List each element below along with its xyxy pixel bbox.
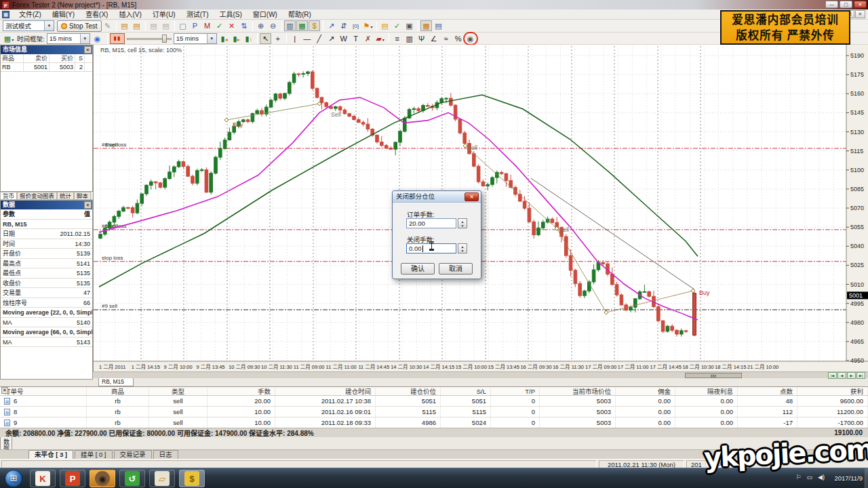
lang-cn-en-icon[interactable]: 英 (717, 460, 724, 468)
bottom-tab-0[interactable]: 未平仓 [ 3 ] (28, 450, 73, 459)
cursor-icon[interactable]: ↖ (260, 33, 271, 44)
close-button[interactable]: ✕ (854, 1, 867, 8)
scroll-nav-0[interactable]: |◀ (828, 372, 837, 379)
new-chart-icon[interactable]: ▦▾ (3, 33, 15, 44)
candles-mode-icon[interactable]: ▦ (296, 20, 308, 31)
fullhalf-moon-icon[interactable]: ☽ (726, 460, 731, 468)
chart-tab-rb-m15[interactable]: RB, M15 (98, 378, 134, 386)
cancel-button[interactable]: 取消 (439, 263, 473, 274)
order-lots-input[interactable]: 20.00 (406, 218, 456, 228)
dialog-close-button[interactable]: ✕ (465, 192, 479, 201)
orders-col-4[interactable]: 建仓时间 (275, 387, 376, 395)
step-tick-icon[interactable]: ▮↕ (243, 33, 254, 44)
speed-slider[interactable] (127, 33, 172, 44)
edit-icon[interactable]: ✎ (102, 20, 113, 31)
snapshot-icon[interactable]: ▣ (403, 20, 415, 31)
table-row[interactable]: ▤8rbsell10.002011.02.16 09:0151155115050… (0, 407, 868, 418)
side-tab-0[interactable]: 货币 (0, 192, 17, 199)
menu-item-3[interactable]: 插入(V) (113, 11, 146, 18)
polyline-icon[interactable]: ◉ (465, 33, 476, 44)
slider-thumb[interactable] (162, 35, 167, 43)
paste-all-icon[interactable]: ▤ (160, 20, 172, 31)
market-row[interactable]: RB500150032 (1, 63, 92, 72)
show-desktop-button[interactable] (865, 468, 868, 488)
menu-item-1[interactable]: 编辑(Y) (47, 11, 80, 18)
menu-item-7[interactable]: 窗口(W) (248, 11, 283, 18)
side-tab-3[interactable]: 脚本 (74, 192, 91, 199)
crosshair-icon[interactable]: + (272, 33, 283, 44)
menu-item-8[interactable]: 帮助(R) (283, 11, 317, 18)
close-lots-spinner[interactable]: ▲▼ (458, 243, 467, 253)
channel-icon[interactable]: ≈ (440, 33, 452, 44)
minimize-button[interactable]: — (825, 1, 838, 8)
table-row[interactable]: ▤6rbsell20.002011.02.17 10:3850515051050… (0, 396, 868, 407)
orders-col-2[interactable]: 类型 (149, 387, 208, 395)
step-forward-icon[interactable]: ▮▸ (231, 33, 242, 44)
chart-scrollbar[interactable]: ▮▮▮ |◀◀▶▶| (93, 371, 868, 378)
pitchfork-icon[interactable]: Ψ (416, 33, 427, 44)
order-lots-spinner[interactable]: ▲▼ (458, 218, 467, 228)
soft-keyboard-icon[interactable]: ▦ (736, 460, 743, 468)
stop-test-button[interactable]: Stop Test (57, 20, 102, 32)
modify-order-icon[interactable]: ⇅ (238, 20, 250, 31)
table-row[interactable]: ▤9rbsell10.002011.02.18 09:3349865024050… (0, 418, 868, 428)
test-mode-select[interactable]: 测试模式 ▼ (3, 20, 54, 31)
scroll-nav-1[interactable]: ◀ (837, 372, 846, 379)
taskbar-app-browser[interactable]: ↺ (119, 470, 145, 487)
zero-bar-icon[interactable]: [0] (350, 20, 361, 31)
bottom-tab-1[interactable]: 挂单 [ 0 ] (75, 450, 112, 459)
orders-col-11[interactable]: 点数 (738, 387, 797, 395)
taskbar-app-avatar[interactable]: ◉ (90, 470, 115, 487)
punctuation-icon[interactable]: ’ (733, 460, 734, 468)
orders-col-1[interactable]: 商品 (87, 387, 149, 395)
menu-item-2[interactable]: 查看(X) (80, 11, 113, 18)
sort-icon[interactable]: ⇵ (338, 20, 349, 31)
orders-col-7[interactable]: T/P (491, 387, 540, 395)
timeframe-select[interactable]: 15 mins ▼ (47, 33, 90, 44)
taskbar-app-powerpoint[interactable]: P (60, 470, 85, 487)
step-timeframe-select[interactable]: 15 mins ▼ (174, 33, 217, 44)
trendline-icon[interactable]: ╱ (313, 33, 325, 44)
ray-icon[interactable]: ↗ (326, 33, 337, 44)
market-order-icon[interactable]: M (201, 20, 213, 31)
alert-icon[interactable]: ⚑▾ (362, 20, 374, 31)
sogou-logo-icon[interactable]: S (709, 460, 715, 468)
hint-lamp-icon[interactable]: ◉ (92, 33, 103, 44)
color-icon[interactable]: ▰▾ (374, 33, 386, 44)
zoom-in-icon[interactable]: ⊕ (255, 20, 267, 31)
step-back-icon[interactable]: ▮◂ (218, 33, 230, 44)
taskbar-app-forextester[interactable]: $ (179, 470, 205, 487)
zoom-out-icon[interactable]: ⊖ (267, 20, 279, 31)
close-icon[interactable]: ✕ (84, 201, 92, 209)
tile-windows-icon[interactable]: ▦ (420, 20, 432, 31)
confirm-button[interactable]: 确认 (401, 263, 435, 274)
paste-icon[interactable]: ▤ (148, 20, 159, 31)
action-center-icon[interactable]: ⚐ (795, 474, 801, 481)
orders-col-3[interactable]: 手数 (208, 387, 275, 395)
orders-col-0[interactable]: 订单号 (0, 387, 87, 395)
hline-icon[interactable]: — (301, 33, 313, 44)
orders-col-9[interactable]: 佣金 (616, 387, 675, 395)
toolbox-icon[interactable]: ✚ (745, 460, 750, 468)
menu-item-4[interactable]: 订单(U) (147, 11, 181, 18)
scrollbar-thumb[interactable]: ▮▮▮ (685, 373, 742, 378)
bars-mode-icon[interactable]: ▥ (284, 20, 296, 31)
delete-drawing-icon[interactable]: ✗ (362, 33, 374, 44)
wave-icon[interactable]: W (338, 33, 349, 44)
taskbar-app-explorer[interactable]: ▱ (149, 470, 175, 487)
volume-icon[interactable]: ◀) (818, 474, 825, 481)
pending-order-icon[interactable]: P (189, 20, 201, 31)
vline-icon[interactable]: | (289, 33, 300, 44)
statistics-icon[interactable]: ▤ (433, 20, 444, 31)
display-icon[interactable]: ▭ (807, 474, 813, 481)
taskbar-app-k[interactable]: K (30, 470, 56, 487)
start-button[interactable]: ⊞ (5, 470, 22, 487)
maximize-button[interactable]: ▢ (840, 1, 852, 8)
line-chart-icon[interactable]: ↗ (326, 20, 337, 31)
dialog-title-bar[interactable]: 关闭部分仓位 ✕ (393, 191, 481, 203)
copy-all-icon[interactable]: ▤ (131, 20, 142, 31)
system-tray[interactable]: ⚐▭◀) (795, 474, 825, 481)
side-tab-2[interactable]: 统计 (57, 192, 74, 199)
orders-col-6[interactable]: S/L (441, 387, 491, 395)
mdi-close-button[interactable]: ✕ (855, 10, 865, 18)
